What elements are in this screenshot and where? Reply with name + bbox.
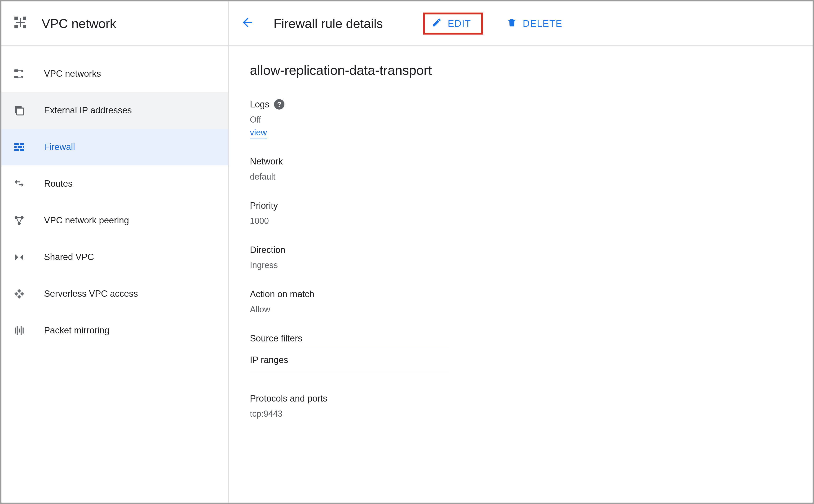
sidebar-item-label: Packet mirroring bbox=[44, 325, 110, 336]
sidebar-item-label: VPC networks bbox=[44, 69, 101, 79]
svg-rect-19 bbox=[14, 149, 19, 151]
header-actions: EDIT DELETE bbox=[423, 13, 570, 35]
svg-point-9 bbox=[21, 76, 23, 78]
field-direction: Direction Ingress bbox=[250, 245, 791, 270]
ip-ranges-row[interactable]: IP ranges bbox=[250, 348, 449, 372]
sidebar-item-label: External IP addresses bbox=[44, 105, 132, 115]
vpc-network-product-icon bbox=[13, 15, 27, 31]
svg-rect-11 bbox=[18, 77, 21, 77]
main-header: Firewall rule details EDIT DELETE bbox=[229, 1, 813, 46]
pencil-icon bbox=[432, 17, 442, 30]
sidebar-item-serverless[interactable]: Serverless VPC access bbox=[1, 275, 228, 312]
svg-rect-7 bbox=[14, 76, 18, 78]
network-label: Network bbox=[250, 156, 283, 167]
back-button[interactable] bbox=[238, 14, 257, 33]
logs-label: Logs bbox=[250, 99, 269, 110]
trash-icon bbox=[507, 17, 517, 30]
svg-rect-5 bbox=[20, 18, 21, 27]
svg-rect-18 bbox=[23, 146, 24, 148]
network-value: default bbox=[250, 172, 791, 182]
svg-point-23 bbox=[18, 222, 21, 225]
sidebar-header: VPC network bbox=[1, 1, 228, 46]
svg-rect-13 bbox=[17, 108, 24, 115]
svg-rect-24 bbox=[15, 327, 16, 333]
logs-value: Off bbox=[250, 115, 791, 125]
svg-rect-20 bbox=[20, 149, 24, 151]
svg-rect-25 bbox=[17, 326, 18, 335]
protocols-value: tcp:9443 bbox=[250, 409, 791, 419]
sidebar-item-label: VPC network peering bbox=[44, 215, 129, 225]
edit-button[interactable]: EDIT bbox=[423, 13, 483, 35]
svg-rect-16 bbox=[14, 146, 17, 148]
field-protocols: Protocols and ports tcp:9443 bbox=[250, 393, 791, 419]
external-ip-icon bbox=[13, 105, 25, 116]
field-network: Network default bbox=[250, 156, 791, 182]
sidebar-item-firewall[interactable]: Firewall bbox=[1, 129, 228, 165]
help-icon[interactable]: ? bbox=[274, 99, 284, 110]
edit-label: EDIT bbox=[448, 18, 471, 29]
sidebar-item-label: Shared VPC bbox=[44, 252, 94, 262]
sidebar-nav: VPC networks External IP addresses Firew… bbox=[1, 46, 228, 349]
source-filters-label: Source filters bbox=[250, 333, 791, 344]
action-label: Action on match bbox=[250, 289, 314, 299]
svg-rect-2 bbox=[14, 25, 18, 28]
svg-rect-1 bbox=[23, 17, 26, 20]
arrow-left-icon bbox=[240, 15, 255, 31]
delete-button[interactable]: DELETE bbox=[500, 13, 570, 34]
sidebar-item-label: Firewall bbox=[44, 142, 75, 152]
sidebar-item-shared-vpc[interactable]: Shared VPC bbox=[1, 239, 228, 275]
field-priority: Priority 1000 bbox=[250, 201, 791, 226]
direction-label: Direction bbox=[250, 245, 285, 255]
svg-point-8 bbox=[21, 70, 23, 72]
svg-rect-27 bbox=[21, 326, 22, 335]
svg-rect-26 bbox=[19, 328, 20, 332]
sidebar-item-vpc-networks[interactable]: VPC networks bbox=[1, 55, 228, 92]
svg-rect-3 bbox=[23, 25, 26, 28]
sidebar-item-routes[interactable]: Routes bbox=[1, 165, 228, 202]
vpc-networks-icon bbox=[13, 68, 25, 80]
sidebar-item-label: Routes bbox=[44, 179, 72, 189]
sidebar-title: VPC network bbox=[42, 16, 116, 31]
priority-label: Priority bbox=[250, 201, 278, 211]
svg-rect-17 bbox=[18, 146, 22, 148]
sidebar: VPC network VPC networks External IP add… bbox=[1, 1, 229, 503]
main-content: Firewall rule details EDIT DELETE allow-… bbox=[229, 1, 813, 503]
svg-rect-15 bbox=[20, 143, 24, 145]
field-action: Action on match Allow bbox=[250, 289, 791, 314]
rule-name: allow-replication-data-transport bbox=[250, 62, 791, 78]
svg-rect-10 bbox=[18, 70, 21, 71]
protocols-label: Protocols and ports bbox=[250, 393, 327, 404]
logs-view-link[interactable]: view bbox=[250, 128, 267, 138]
page-title: Firewall rule details bbox=[274, 16, 383, 31]
firewall-icon bbox=[13, 141, 25, 153]
sidebar-item-packet-mirroring[interactable]: Packet mirroring bbox=[1, 312, 228, 349]
routes-icon bbox=[13, 178, 25, 190]
packet-mirroring-icon bbox=[13, 325, 25, 336]
direction-value: Ingress bbox=[250, 260, 791, 270]
sidebar-item-label: Serverless VPC access bbox=[44, 289, 138, 299]
peering-icon bbox=[13, 215, 25, 226]
sidebar-item-external-ip[interactable]: External IP addresses bbox=[1, 92, 228, 129]
svg-rect-14 bbox=[14, 143, 19, 145]
serverless-icon bbox=[13, 288, 25, 300]
priority-value: 1000 bbox=[250, 216, 791, 226]
rule-details: allow-replication-data-transport Logs ? … bbox=[229, 46, 813, 435]
svg-rect-6 bbox=[14, 69, 18, 72]
svg-rect-0 bbox=[14, 17, 18, 20]
svg-rect-28 bbox=[23, 327, 24, 333]
sidebar-item-peering[interactable]: VPC network peering bbox=[1, 202, 228, 239]
delete-label: DELETE bbox=[523, 18, 562, 29]
action-value: Allow bbox=[250, 305, 791, 314]
field-source-filters: Source filters IP ranges bbox=[250, 333, 791, 372]
shared-vpc-icon bbox=[13, 251, 25, 263]
field-logs: Logs ? Off view bbox=[250, 99, 791, 137]
